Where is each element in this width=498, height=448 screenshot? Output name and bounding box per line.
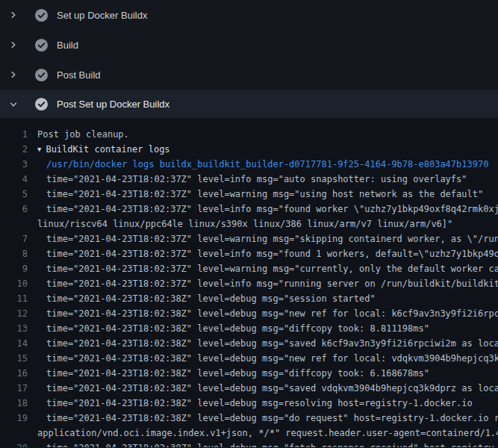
check-circle-icon	[34, 97, 49, 111]
log-line: 13time="2021-04-23T18:02:38Z" level=debu…	[0, 321, 498, 336]
log-line-text: time="2021-04-23T18:02:37Z" level=warnin…	[37, 261, 498, 276]
line-number[interactable]: 18	[0, 396, 28, 411]
line-number[interactable]: 9	[0, 261, 28, 276]
step-label: Post Build	[57, 69, 101, 81]
line-number[interactable]: 16	[0, 366, 28, 381]
line-number[interactable]: 6	[0, 202, 28, 217]
line-number	[0, 426, 28, 441]
log-line: 2▼BuildKit container logs	[0, 142, 498, 157]
log-line-text: linux/riscv64 linux/ppc64le linux/s390x …	[37, 217, 452, 231]
line-number	[0, 217, 28, 231]
log-line: 4time="2021-04-23T18:02:37Z" level=info …	[0, 172, 498, 187]
log-line: 3/usr/bin/docker logs buildx_buildkit_bu…	[0, 157, 498, 172]
log-line: linux/riscv64 linux/ppc64le linux/s390x …	[0, 217, 498, 231]
step-row-post-build[interactable]: Post Build	[0, 60, 498, 90]
log-line-text: time="2021-04-23T18:02:37Z" level=info m…	[37, 202, 498, 217]
log-line: 12time="2021-04-23T18:02:38Z" level=debu…	[0, 306, 498, 321]
step-list: Set up Docker Buildx Build Post Build Po…	[0, 0, 498, 118]
step-label: Build	[57, 40, 78, 51]
log-line: 6time="2021-04-23T18:02:37Z" level=info …	[0, 202, 498, 217]
log-rows: 1Post job cleanup.2▼BuildKit container l…	[0, 127, 498, 447]
line-number[interactable]: 19	[0, 411, 28, 426]
chevron-right-icon	[7, 69, 19, 81]
chevron-right-icon	[7, 9, 19, 21]
log-line-text: time="2021-04-23T18:02:38Z" level=debug …	[37, 381, 498, 396]
log-line-text: time="2021-04-23T18:02:38Z" level=debug …	[37, 411, 498, 426]
log-line: 18time="2021-04-23T18:02:38Z" level=debu…	[0, 396, 498, 411]
line-number[interactable]: 17	[0, 381, 28, 396]
chevron-right-icon	[7, 39, 19, 51]
log-line: 17time="2021-04-23T18:02:38Z" level=debu…	[0, 381, 498, 396]
log-line-text: time="2021-04-23T18:02:37Z" level=warnin…	[37, 187, 483, 202]
line-number[interactable]: 20	[0, 441, 28, 447]
log-line-text: Post job cleanup.	[37, 127, 129, 142]
log-line-text: time="2021-04-23T18:02:38Z" level=debug …	[37, 291, 376, 306]
actions-log-viewer: { "steps": [ { "label": "Set up Docker B…	[0, 0, 498, 448]
line-number[interactable]: 5	[0, 187, 28, 202]
check-circle-icon	[34, 8, 49, 22]
step-label: Set up Docker Buildx	[57, 10, 147, 21]
log-line: 19time="2021-04-23T18:02:38Z" level=debu…	[0, 411, 498, 426]
log-output: 1Post job cleanup.2▼BuildKit container l…	[0, 118, 498, 447]
log-line: 15time="2021-04-23T18:02:38Z" level=debu…	[0, 351, 498, 366]
check-circle-icon	[34, 38, 49, 52]
log-command-text: /usr/bin/docker logs buildx_buildkit_bui…	[37, 157, 488, 172]
log-line-text: time="2021-04-23T18:02:38Z" level=debug …	[37, 306, 498, 321]
log-line-text: time="2021-04-23T18:02:38Z" level=debug …	[37, 441, 498, 447]
check-circle-icon	[34, 68, 49, 82]
line-number[interactable]: 7	[0, 231, 28, 246]
log-line: 8time="2021-04-23T18:02:37Z" level=info …	[0, 246, 498, 261]
log-line: 11time="2021-04-23T18:02:38Z" level=debu…	[0, 291, 498, 306]
line-number[interactable]: 2	[0, 142, 28, 157]
log-line: 5time="2021-04-23T18:02:37Z" level=warni…	[0, 187, 498, 202]
log-line: 14time="2021-04-23T18:02:38Z" level=debu…	[0, 336, 498, 351]
log-line-text: time="2021-04-23T18:02:38Z" level=debug …	[37, 351, 498, 366]
log-line-text: time="2021-04-23T18:02:37Z" level=info m…	[37, 246, 498, 261]
log-group-toggle[interactable]: ▼BuildKit container logs	[37, 142, 170, 157]
step-row-build[interactable]: Build	[0, 30, 498, 60]
log-line: application/vnd.oci.image.index.v1+json,…	[0, 426, 498, 441]
log-line-text: time="2021-04-23T18:02:38Z" level=debug …	[37, 366, 429, 381]
log-line-text: time="2021-04-23T18:02:38Z" level=debug …	[37, 321, 429, 336]
line-number[interactable]: 11	[0, 291, 28, 306]
line-number[interactable]: 14	[0, 336, 28, 351]
line-number[interactable]: 15	[0, 351, 28, 366]
log-line: 10time="2021-04-23T18:02:37Z" level=info…	[0, 276, 498, 291]
log-line: 1Post job cleanup.	[0, 127, 498, 142]
log-line-text: time="2021-04-23T18:02:38Z" level=debug …	[37, 396, 473, 411]
log-line: 9time="2021-04-23T18:02:37Z" level=warni…	[0, 261, 498, 276]
log-line: 16time="2021-04-23T18:02:38Z" level=debu…	[0, 366, 498, 381]
line-number[interactable]: 3	[0, 157, 28, 172]
log-line-text: time="2021-04-23T18:02:38Z" level=debug …	[37, 336, 498, 351]
log-line: 7time="2021-04-23T18:02:37Z" level=warni…	[0, 231, 498, 246]
log-line-text: application/vnd.oci.image.index.v1+json,…	[37, 426, 498, 441]
line-number[interactable]: 8	[0, 246, 28, 261]
step-row-set-up-docker-buildx[interactable]: Set up Docker Buildx	[0, 0, 498, 30]
log-line: 20time="2021-04-23T18:02:38Z" level=debu…	[0, 441, 498, 447]
triangle-down-icon: ▼	[37, 142, 41, 157]
line-number[interactable]: 10	[0, 276, 28, 291]
chevron-down-icon	[7, 99, 19, 111]
log-line-text: time="2021-04-23T18:02:37Z" level=info m…	[37, 276, 498, 291]
line-number[interactable]: 4	[0, 172, 28, 187]
line-number[interactable]: 1	[0, 127, 28, 142]
line-number[interactable]: 13	[0, 321, 28, 336]
line-number[interactable]: 12	[0, 306, 28, 321]
step-label: Post Set up Docker Buildx	[57, 99, 169, 110]
step-row-post-set-up-docker-buildx[interactable]: Post Set up Docker Buildx	[0, 90, 498, 118]
log-line-text: time="2021-04-23T18:02:37Z" level=info m…	[37, 172, 467, 187]
log-line-text: time="2021-04-23T18:02:37Z" level=warnin…	[37, 231, 498, 246]
